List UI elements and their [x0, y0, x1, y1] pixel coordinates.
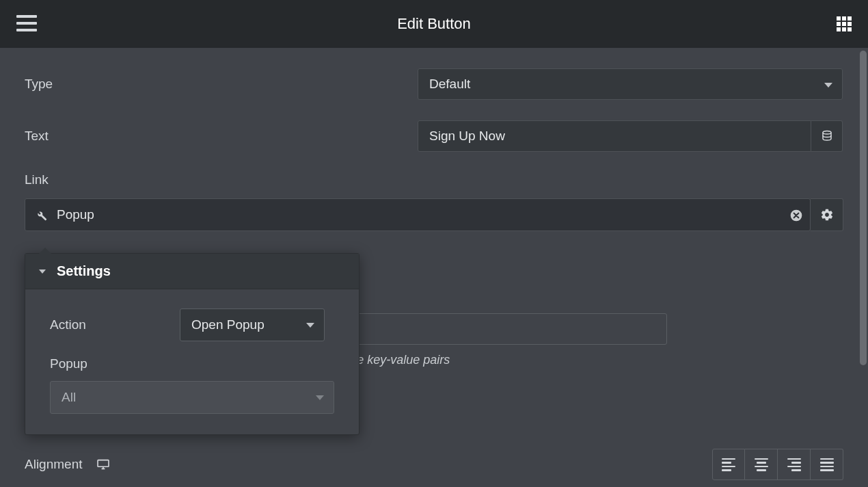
chevron-down-icon — [316, 395, 324, 400]
link-options-button[interactable] — [811, 198, 843, 231]
header: Edit Button — [0, 0, 868, 48]
action-row: Action Open Popup — [50, 308, 334, 341]
link-value: Popup — [57, 207, 94, 222]
database-icon — [821, 130, 833, 142]
close-circle-icon — [789, 209, 803, 222]
popover-header[interactable]: Settings — [25, 254, 359, 289]
chevron-down-icon — [306, 323, 314, 328]
wrench-icon — [33, 208, 47, 222]
alignment-label: Alignment — [25, 457, 83, 472]
link-label: Link — [25, 172, 843, 187]
text-input[interactable]: Sign Up Now — [418, 120, 811, 152]
align-justify-button[interactable] — [811, 449, 843, 480]
link-settings-popover: Settings Action Open Popup Popup All — [25, 253, 360, 435]
align-justify-icon — [820, 458, 834, 471]
desktop-icon[interactable] — [96, 459, 110, 470]
text-input-value: Sign Up Now — [429, 129, 505, 144]
align-right-icon — [787, 458, 801, 471]
align-center-button[interactable] — [745, 449, 778, 480]
gear-icon — [820, 208, 834, 222]
popover-title: Settings — [57, 263, 111, 279]
row-type: Type Default — [25, 68, 843, 100]
action-select-value: Open Popup — [191, 317, 265, 332]
svg-point-0 — [823, 131, 831, 135]
chevron-down-icon — [824, 83, 832, 88]
link-input[interactable]: Popup — [25, 198, 811, 231]
link-control: Popup — [25, 198, 843, 231]
content: Type Default Text Sign Up Now Link — [0, 48, 868, 487]
svg-rect-2 — [98, 460, 109, 467]
clear-link-button[interactable] — [789, 209, 803, 222]
popup-row: Popup All — [50, 356, 334, 414]
popup-select[interactable]: All — [50, 381, 334, 414]
dynamic-tags-button[interactable] — [811, 120, 843, 152]
popup-label: Popup — [50, 356, 334, 371]
chevron-down-icon — [39, 269, 46, 274]
action-label: Action — [50, 317, 159, 332]
alignment-buttons — [712, 449, 843, 480]
menu-button[interactable] — [16, 15, 37, 31]
type-label: Type — [25, 77, 418, 92]
scrollbar-thumb[interactable] — [860, 51, 867, 365]
page-title: Edit Button — [397, 15, 471, 33]
align-left-icon — [722, 458, 735, 471]
type-select[interactable]: Default — [418, 68, 843, 100]
action-select[interactable]: Open Popup — [180, 308, 325, 341]
alignment-row: Alignment — [25, 449, 843, 480]
text-label: Text — [25, 129, 418, 144]
row-text: Text Sign Up Now — [25, 120, 843, 152]
type-select-value: Default — [429, 77, 470, 92]
align-center-icon — [755, 458, 768, 471]
align-left-button[interactable] — [712, 449, 745, 480]
align-right-button[interactable] — [778, 449, 811, 480]
popup-select-value: All — [62, 390, 76, 405]
scrollbar[interactable] — [860, 48, 867, 482]
apps-grid-button[interactable] — [837, 16, 852, 31]
